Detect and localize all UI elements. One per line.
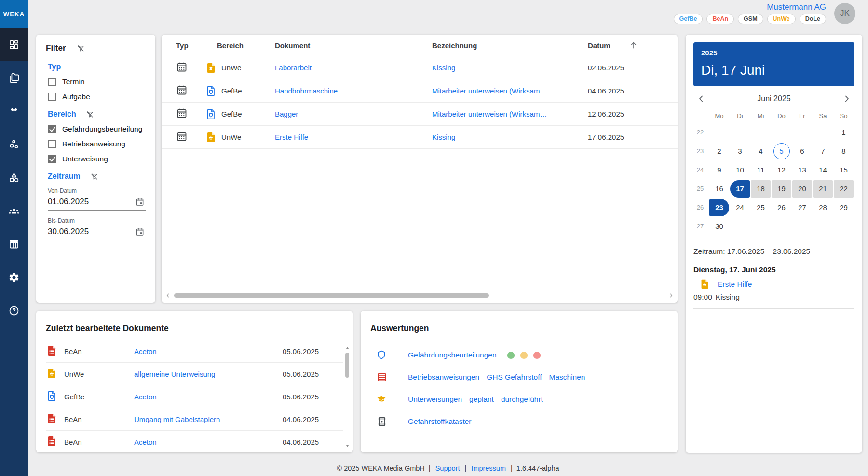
sidebar-item-documents[interactable] bbox=[0, 61, 28, 94]
sidebar-item-dashboard[interactable] bbox=[0, 28, 28, 61]
checkbox[interactable] bbox=[48, 140, 56, 148]
scrollbar-thumb[interactable] bbox=[174, 293, 489, 298]
sidebar-item-settings[interactable] bbox=[0, 261, 28, 294]
sidebar-item-objects[interactable] bbox=[0, 161, 28, 194]
bezeichnung-link[interactable]: Mitarbeiter unterweisen (Wirksam… bbox=[432, 110, 547, 118]
checkbox[interactable] bbox=[48, 155, 56, 163]
prev-month-button[interactable] bbox=[696, 94, 706, 104]
scroll-down-icon[interactable] bbox=[345, 443, 350, 449]
clear-bereich-filter-icon[interactable] bbox=[86, 110, 94, 119]
calendar-day[interactable]: 25 bbox=[750, 198, 771, 217]
calendar-day[interactable]: 2 bbox=[709, 142, 730, 160]
report-link[interactable]: Gefahrstoffkataster bbox=[408, 417, 472, 426]
dokument-link[interactable]: Laborarbeit bbox=[275, 64, 312, 72]
calendar-day[interactable]: 16 bbox=[709, 179, 730, 198]
calendar-day[interactable]: 12 bbox=[771, 160, 792, 179]
badge-dole[interactable]: DoLe bbox=[800, 14, 826, 24]
badge-gsm[interactable]: GSM bbox=[738, 14, 763, 24]
dokument-link[interactable]: Erste Hilfe bbox=[275, 133, 308, 141]
col-header-datum[interactable]: Datum bbox=[588, 41, 610, 50]
report-link[interactable]: Unterweisungen bbox=[408, 395, 462, 404]
report-link[interactable]: geplant bbox=[469, 395, 494, 404]
calendar-day[interactable]: 4 bbox=[750, 142, 771, 160]
event-title-link[interactable]: Erste Hilfe bbox=[718, 280, 752, 289]
sidebar-item-workflows[interactable] bbox=[0, 94, 28, 128]
scrollbar-thumb[interactable] bbox=[345, 353, 349, 378]
calendar-day[interactable]: 3 bbox=[730, 142, 750, 160]
impressum-link[interactable]: Impressum bbox=[471, 464, 506, 472]
bezeichnung-link[interactable]: Kissing bbox=[432, 64, 455, 72]
clear-all-filters-icon[interactable] bbox=[77, 44, 85, 53]
sidebar-item-help[interactable] bbox=[0, 294, 28, 327]
calendar-day[interactable]: 18 bbox=[750, 179, 771, 198]
sort-asc-icon[interactable] bbox=[629, 40, 638, 50]
dokument-link[interactable]: Handbohrmaschine bbox=[275, 87, 338, 95]
next-month-button[interactable] bbox=[842, 94, 852, 104]
company-name[interactable]: Mustermann AG bbox=[767, 2, 826, 12]
filter-option-unterweisung[interactable]: Unterweisung bbox=[48, 155, 146, 163]
col-header-typ[interactable]: Typ bbox=[176, 41, 205, 50]
sidebar-item-persons[interactable] bbox=[0, 194, 28, 227]
checkbox[interactable] bbox=[48, 78, 56, 86]
bis-datum-calendar-icon[interactable] bbox=[135, 227, 145, 237]
dokument-link[interactable]: Aceton bbox=[134, 393, 157, 401]
calendar-day[interactable]: 6 bbox=[792, 142, 813, 160]
report-link[interactable]: Betriebsanweisungen bbox=[408, 373, 479, 382]
calendar-day[interactable]: 29 bbox=[833, 198, 854, 217]
report-link[interactable]: Gefährdungsbeurteilungen bbox=[408, 351, 497, 359]
calendar-day[interactable]: 24 bbox=[730, 198, 750, 217]
weka-logo[interactable]: WEKA bbox=[0, 0, 28, 28]
scroll-left-icon[interactable] bbox=[165, 293, 171, 298]
calendar-day[interactable]: 5 bbox=[771, 142, 792, 160]
calendar-day[interactable]: 26 bbox=[771, 198, 792, 217]
filter-option-betriebsanweisung[interactable]: Betriebsanweisung bbox=[48, 140, 146, 148]
calendar-day[interactable]: 15 bbox=[833, 160, 854, 179]
calendar-day[interactable]: 14 bbox=[813, 160, 833, 179]
calendar-day[interactable]: 17 bbox=[730, 179, 750, 198]
calendar-day[interactable]: 10 bbox=[730, 160, 750, 179]
von-datum-calendar-icon[interactable] bbox=[135, 197, 145, 207]
report-link[interactable]: GHS Gefahrstoff bbox=[487, 373, 542, 382]
calendar-day[interactable]: 28 bbox=[813, 198, 833, 217]
support-link[interactable]: Support bbox=[435, 464, 460, 472]
col-header-bereich[interactable]: Bereich bbox=[205, 41, 275, 50]
calendar-day[interactable]: 27 bbox=[792, 198, 813, 217]
report-link[interactable]: durchgeführt bbox=[501, 395, 543, 404]
vertical-scrollbar[interactable] bbox=[344, 345, 350, 449]
dokument-link[interactable]: Bagger bbox=[275, 110, 298, 118]
badge-unwe[interactable]: UnWe bbox=[767, 14, 796, 24]
checkbox[interactable] bbox=[48, 125, 56, 133]
col-header-bezeichnung[interactable]: Bezeichnung bbox=[432, 41, 588, 50]
calendar-day[interactable]: 21 bbox=[813, 179, 833, 198]
filter-option-aufgabe[interactable]: Aufgabe bbox=[48, 93, 146, 101]
sidebar-item-tables[interactable] bbox=[0, 227, 28, 261]
bis-datum-field[interactable]: 30.06.2025 bbox=[48, 225, 146, 240]
checkbox[interactable] bbox=[48, 93, 56, 101]
calendar-year[interactable]: 2025 bbox=[701, 49, 847, 57]
von-datum-field[interactable]: 01.06.2025 bbox=[48, 195, 146, 211]
avatar[interactable]: JK bbox=[834, 3, 855, 24]
calendar-day[interactable]: 30 bbox=[709, 217, 730, 236]
col-header-dokument[interactable]: Dokument bbox=[275, 41, 432, 50]
filter-option-gefährdungsbeurteilung[interactable]: Gefährdungsbeurteilung bbox=[48, 125, 146, 133]
badge-bean[interactable]: BeAn bbox=[706, 14, 734, 24]
badge-gefbe[interactable]: GefBe bbox=[674, 14, 703, 24]
calendar-day[interactable]: 9 bbox=[709, 160, 730, 179]
scroll-right-icon[interactable] bbox=[668, 293, 674, 298]
calendar-day[interactable]: 8 bbox=[833, 142, 854, 160]
calendar-day[interactable]: 7 bbox=[813, 142, 833, 160]
calendar-day[interactable]: 1 bbox=[833, 123, 854, 142]
calendar-day[interactable]: 20 bbox=[792, 179, 813, 198]
bezeichnung-link[interactable]: Kissing bbox=[432, 133, 455, 141]
calendar-day[interactable]: 22 bbox=[833, 179, 854, 198]
horizontal-scrollbar[interactable] bbox=[165, 292, 674, 300]
scroll-up-icon[interactable] bbox=[345, 345, 350, 351]
calendar-day[interactable]: 13 bbox=[792, 160, 813, 179]
dokument-link[interactable]: allgemeine Unterweisung bbox=[134, 370, 215, 378]
report-link[interactable]: Maschinen bbox=[549, 373, 585, 382]
filter-option-termin[interactable]: Termin bbox=[48, 78, 146, 86]
clear-zeitraum-filter-icon[interactable] bbox=[90, 172, 98, 181]
sidebar-item-substances[interactable] bbox=[0, 128, 28, 161]
dokument-link[interactable]: Aceton bbox=[134, 438, 157, 446]
dokument-link[interactable]: Umgang mit Gabelstaplern bbox=[134, 415, 220, 423]
